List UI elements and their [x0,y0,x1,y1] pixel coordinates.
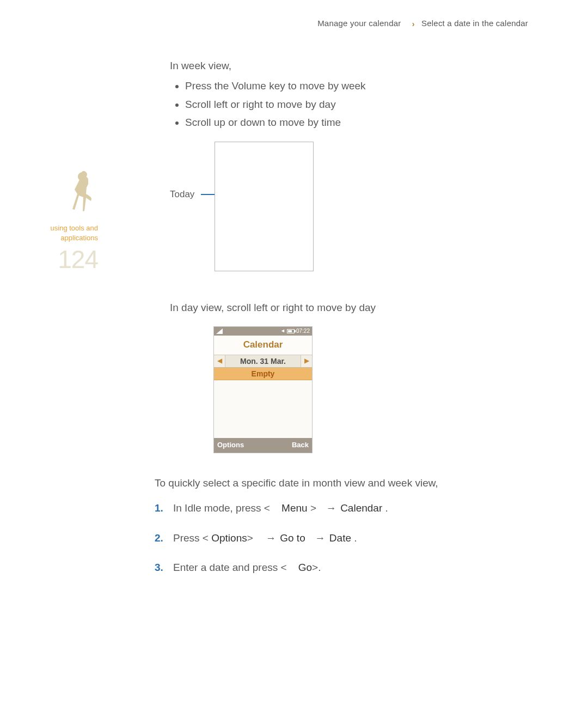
phone-title: Calendar [214,336,312,355]
step-text: > [310,502,316,514]
svg-marker-0 [216,328,223,334]
sidebar-caption: using tools and applications [0,223,98,242]
step-text: . [354,532,357,544]
bullet-item: Scroll left or right to move by day [185,96,475,112]
next-day-arrow-icon[interactable]: ▶ [301,355,312,367]
arrow-icon: → [326,502,336,514]
keyword-go: Go [298,562,312,573]
bullet-item: Press the Volume key to move by week [185,78,475,94]
signal-icon [216,328,223,334]
quick-select-steps: In Idle mode, press < Menu > → Calendar … [155,501,475,576]
main-content: In week view, Press the Volume key to mo… [170,58,475,590]
arrow-icon: → [315,532,326,544]
softkey-back[interactable]: Back [292,440,309,451]
step-text: > [247,532,253,544]
step-text: Press < [173,532,209,544]
breadcrumb-separator-icon: › [412,20,415,28]
keyword-calendar: Calendar [340,502,382,514]
prev-day-arrow-icon[interactable]: ◀ [214,355,225,367]
arrow-icon: → [266,532,276,544]
phone-statusbar: ◄ 07:22 [214,327,312,336]
phone-date: Mon. 31 Mar. [225,355,301,367]
keyword-options: Options [211,532,247,544]
phone-date-row: ◀ Mon. 31 Mar. ▶ [214,355,312,368]
today-label: Today [170,187,194,202]
week-view-heading: In week view, [170,58,475,74]
step-item: Enter a date and press < Go>. [155,560,475,576]
sitting-person-icon [65,169,98,218]
phone-softkeys: Options Back [214,438,312,453]
sidebar-caption-line1: using tools and [51,224,98,232]
page-number: 124 [0,247,98,272]
step-text: . [385,502,388,514]
phone-body [214,380,312,438]
sidebar: using tools and applications 124 [0,169,98,272]
week-view-bullets: Press the Volume key to move by week Scr… [170,78,475,130]
phone-mockup: ◄ 07:22 Calendar ◀ Mon. 31 Mar. ▶ Empty … [213,326,311,453]
keyword-goto: Go to [280,532,305,544]
week-view-placeholder [215,142,314,271]
breadcrumb: Manage your calendar › Select a date in … [317,19,528,28]
bullet-item: Scroll up or down to move by time [185,114,475,130]
softkey-options[interactable]: Options [217,440,244,451]
battery-icon [287,329,295,333]
quick-select-lead: To quickly select a specific date in mon… [155,475,475,491]
phone-screen: ◄ 07:22 Calendar ◀ Mon. 31 Mar. ▶ Empty … [213,326,313,453]
step-text: >. [312,562,321,573]
step-item: Press < Options> → Go to → Date . [155,531,475,546]
breadcrumb-section: Manage your calendar [317,19,401,28]
statusbar-time: 07:22 [296,327,310,336]
week-view-diagram: Today [170,142,475,283]
breadcrumb-subsection: Select a date in the calendar [421,19,528,28]
step-text: In Idle mode, press < [173,502,270,514]
day-view-text: In day view, scroll left or right to mov… [170,300,475,315]
keyword-menu: Menu [281,502,308,514]
step-text: Enter a date and press < [173,562,287,573]
step-item: In Idle mode, press < Menu > → Calendar … [155,501,475,516]
phone-empty-row: Empty [214,368,312,380]
keyword-date: Date [329,532,351,544]
sidebar-caption-line2: applications [60,234,98,242]
alarm-icon: ◄ [280,327,285,335]
